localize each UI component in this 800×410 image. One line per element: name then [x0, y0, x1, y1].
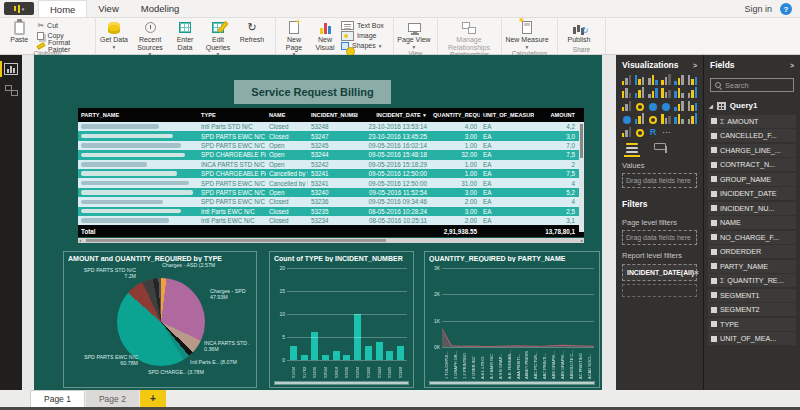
viz-stacked-bar-chart-icon[interactable]: [620, 74, 633, 85]
recent-sources-button[interactable]: Recent Sources▾: [131, 20, 169, 57]
table-row[interactable]: SPD PARTS EWC N/COpen5324509-05-2016 16:…: [78, 141, 584, 150]
page-filters-drag-target[interactable]: Drag data fields here: [622, 230, 697, 245]
field-checkbox[interactable]: [711, 336, 717, 342]
field-checkbox[interactable]: [711, 147, 717, 153]
viz-kpi-icon[interactable]: [686, 113, 699, 124]
viz-matrix-icon[interactable]: [686, 100, 699, 111]
relationships-view-button[interactable]: [5, 85, 18, 96]
table-row[interactable]: SPD PARTS EWC N/COpen5324009-05-2016 11:…: [78, 188, 584, 197]
viz-line-chart-icon[interactable]: [620, 87, 633, 98]
field-item-charge-line-[interactable]: CHARGE_LINE_...: [708, 144, 796, 157]
scroll-left-arrow[interactable]: ◂: [79, 238, 81, 243]
field-item-party-name[interactable]: PARTY_NAME: [708, 260, 796, 273]
field-checkbox[interactable]: [711, 162, 717, 168]
field-item-orderder[interactable]: ORDERDER: [708, 245, 796, 258]
collapse-panel-icon[interactable]: >: [693, 62, 697, 69]
field-item-group-name[interactable]: GROUP_NAME: [708, 173, 796, 186]
field-checkbox[interactable]: [711, 133, 717, 139]
field-item-segment1[interactable]: SEGMENT1: [708, 289, 796, 302]
column-header-party_name[interactable]: PARTY_NAME: [78, 112, 198, 118]
viz-clustered-bar-chart-icon[interactable]: [646, 74, 659, 85]
bar-chart-scrollbar[interactable]: [274, 381, 409, 385]
table-vertical-scrollbar[interactable]: [579, 122, 584, 232]
billing-table-visual[interactable]: PARTY_NAMETYPENAMEINCIDENT_NUMBERINCIDEN…: [78, 108, 584, 243]
field-checkbox[interactable]: [711, 205, 717, 211]
new-page-button[interactable]: New Page▾: [279, 20, 309, 57]
field-item-cancelled-f-[interactable]: CANCELLED_F...: [708, 129, 796, 142]
viz-treemap-icon[interactable]: [646, 100, 659, 111]
ribbon-tab-view[interactable]: View: [87, 0, 129, 17]
table-row[interactable]: Intl Parts EWC N/CClosed5323408-05-2016 …: [78, 216, 584, 225]
viz-donut-chart-icon[interactable]: [633, 126, 646, 137]
pie-chart[interactable]: [117, 278, 205, 366]
field-item-amount[interactable]: ΣAMOUNT: [708, 115, 796, 128]
new-visual-button[interactable]: New Visual: [311, 20, 339, 51]
field-checkbox[interactable]: [711, 176, 717, 182]
viz-multi-row-card-icon[interactable]: [660, 113, 673, 124]
publish-button[interactable]: Publish: [561, 20, 597, 44]
table-row[interactable]: SPD CHARGEABLE PARTSOpen5324409-05-2016 …: [78, 150, 584, 159]
table-row[interactable]: SPD CHARGEABLE PARTSCancelled by User532…: [78, 169, 584, 178]
edit-queries-button[interactable]: Edit Queries▾: [201, 20, 235, 57]
table-row[interactable]: Intl Parts STD N/CClosed5324823-10-2016 …: [78, 122, 584, 131]
cut-button[interactable]: ✂Cut: [37, 21, 92, 30]
report-canvas[interactable]: Service Request Billing PARTY_NAMETYPENA…: [34, 55, 602, 390]
viz-card-icon[interactable]: [673, 113, 686, 124]
viz-r-script-icon[interactable]: R: [646, 126, 659, 137]
area-chart-visual[interactable]: QUANTITY_REQUIRED by PARTY_NAME 3K2K1K0K…: [424, 251, 600, 388]
page-view-button[interactable]: Page View▾: [397, 20, 431, 50]
field-item-segment2[interactable]: SEGMENT2: [708, 303, 796, 316]
values-drag-target[interactable]: Drag data fields here: [622, 173, 697, 188]
bar[interactable]: [333, 351, 340, 360]
viz-filled-map-icon[interactable]: [620, 113, 633, 124]
fields-search-input[interactable]: Search: [710, 78, 794, 92]
field-checkbox[interactable]: [711, 263, 717, 269]
column-header-quantity_required[interactable]: QUANTITY_REQUIRED: [430, 112, 480, 118]
scroll-right-arrow[interactable]: ▸: [581, 238, 583, 243]
field-checkbox[interactable]: [711, 220, 717, 226]
field-item-quantity-re-[interactable]: ΣQUANTITY_RE...: [708, 274, 796, 287]
get-data-button[interactable]: Get Data▾: [99, 20, 129, 50]
shapes-button[interactable]: Shapes▾: [341, 41, 384, 50]
table-row[interactable]: INCA PARTS STD N/COpen5324209-05-2016 15…: [78, 160, 584, 169]
field-item-incident-date[interactable]: INCIDENT_DATE: [708, 187, 796, 200]
field-checkbox[interactable]: [711, 249, 717, 255]
query1-table-node[interactable]: ◢ Query1: [704, 98, 800, 113]
remove-filter-icon[interactable]: ×: [694, 268, 699, 277]
viz-funnel-icon[interactable]: [633, 113, 646, 124]
new-measure-button[interactable]: New Measure▾: [505, 20, 549, 50]
format-painter-button[interactable]: Format Painter: [37, 41, 92, 50]
table-row[interactable]: SPD PARTS EWC N/CClosed5323609-05-2016 0…: [78, 197, 584, 206]
viz-scatter-chart-icon[interactable]: [620, 100, 633, 111]
bar[interactable]: [386, 351, 393, 360]
viz-pie-chart-icon[interactable]: [633, 100, 646, 111]
refresh-button[interactable]: ↻ Refresh: [237, 20, 267, 44]
viz-stacked-column-chart-icon[interactable]: [633, 74, 646, 85]
viz-area-chart-icon[interactable]: [633, 87, 646, 98]
field-checkbox[interactable]: [711, 292, 717, 298]
table-horizontal-scrollbar[interactable]: ◂▸: [78, 238, 584, 243]
viz-slicer-icon[interactable]: [620, 126, 633, 137]
report-filters-drag-target[interactable]: [622, 284, 697, 297]
viz-100-stacked-column-chart-icon[interactable]: [686, 74, 699, 85]
field-checkbox[interactable]: [711, 321, 717, 327]
field-checkbox[interactable]: [711, 278, 717, 284]
viz-gauge-icon[interactable]: [646, 113, 659, 124]
add-page-button[interactable]: +: [140, 390, 166, 407]
viz-map-icon[interactable]: [660, 100, 673, 111]
column-header-type[interactable]: TYPE: [198, 112, 266, 118]
app-menu-button[interactable]: ▾: [4, 2, 34, 15]
bar[interactable]: [376, 342, 383, 360]
expand-icon[interactable]: ◢: [709, 103, 713, 109]
viz-table-icon[interactable]: [673, 100, 686, 111]
format-tab-paint-roller-icon[interactable]: [654, 143, 666, 150]
manage-relationships-button[interactable]: Manage Relationships: [441, 20, 497, 51]
paste-button[interactable]: Paste: [3, 20, 35, 44]
viz-100-stacked-bar-chart-icon[interactable]: [673, 74, 686, 85]
field-item-no-charge-f-[interactable]: NO_CHARGE_F...: [708, 231, 796, 244]
filter-icon[interactable]: ▼: [421, 112, 427, 118]
viz-line-stacked-column-chart-icon[interactable]: [673, 87, 686, 98]
bar[interactable]: [365, 346, 372, 360]
viz-more-options-icon[interactable]: ⋯: [660, 126, 673, 137]
image-button[interactable]: Image: [341, 31, 384, 40]
